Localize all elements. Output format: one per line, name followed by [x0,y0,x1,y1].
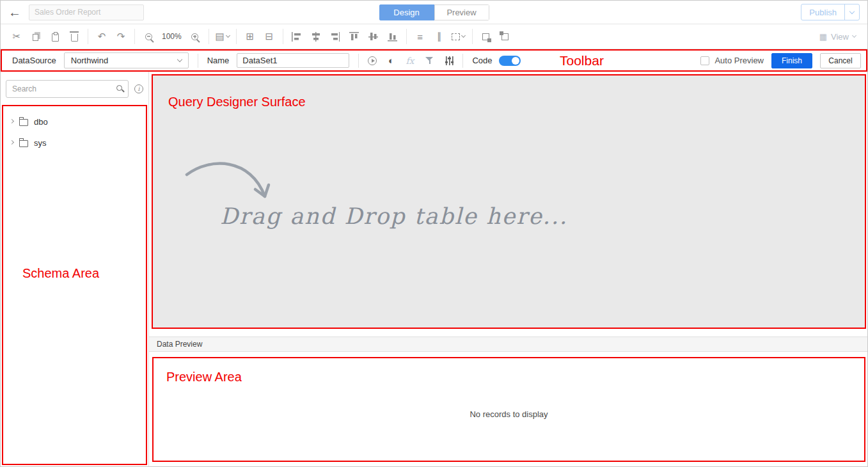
annotation-toolbar: Toolbar [560,53,604,68]
align-top-glyph [349,32,359,42]
query-options-icon[interactable] [445,56,454,65]
view-label: View [831,32,849,42]
align-center-icon[interactable] [306,28,326,45]
preview-area: Preview Area No records to display [152,357,865,462]
search-box [6,80,129,98]
search-icon [116,85,122,91]
empty-records-message: No records to display [154,409,864,419]
layers-icon: ▤ [216,31,225,42]
folder-icon [19,140,28,147]
annotation-designer-surface: Query Designer Surface [168,95,306,109]
separator [209,29,209,44]
dataset-toolbar: DataSource Northwind Name ◐ fx Code Tool… [1,49,867,72]
distribute-vertical-icon[interactable]: ∥ [430,28,449,45]
publish-split-button[interactable]: Publish [801,4,860,20]
tree-item-sys[interactable]: sys [3,132,146,154]
align-top-icon[interactable] [345,28,364,45]
query-designer-window: ← Design Preview Publish ✂ ↶ ↷ 100% ▤ ⊞ … [0,0,868,467]
code-toggle[interactable] [499,56,521,66]
filter-icon[interactable] [425,56,434,65]
annotation-preview-area: Preview Area [166,370,242,384]
align-left-glyph [292,32,301,42]
designer-ribbon: ✂ ↶ ↷ 100% ▤ ⊞ ⊟ ≡ ∥ [1,24,867,49]
datasource-label: DataSource [12,56,56,65]
folder-icon [19,119,28,126]
run-query-icon[interactable] [368,56,377,65]
separator [236,29,237,44]
parameter-icon[interactable]: ◐ [388,56,394,65]
align-bottom-icon[interactable] [383,28,402,45]
separator [358,54,359,68]
schema-search-row: i [1,72,148,98]
delete-icon[interactable] [65,28,84,45]
annotation-box-schema-area: dbo sys Schema Area [2,105,147,465]
auto-preview-label: Auto Preview [714,56,764,65]
app-header: ← Design Preview Publish [1,1,867,24]
expression-fx-icon[interactable]: fx [406,56,414,66]
drop-hint-text: Drag and Drop table here... [220,203,568,229]
undo-icon[interactable]: ↶ [92,28,111,45]
distribute-horizontal-icon[interactable]: ≡ [411,28,430,45]
align-left-icon[interactable] [287,28,306,45]
expand-chevron-icon[interactable] [10,118,14,123]
align-middle-icon[interactable] [364,28,383,45]
tree-item-label: sys [34,138,47,148]
align-bottom-glyph [388,32,397,42]
tree-item-dbo[interactable]: dbo [3,111,146,132]
view-dropdown[interactable]: ▦ View [819,32,861,42]
separator [198,54,198,68]
publish-label[interactable]: Publish [801,8,844,17]
dataset-actions: ◐ fx [368,56,454,66]
tab-preview[interactable]: Preview [434,4,489,20]
insert-column-icon[interactable]: ⊞ [241,28,260,45]
align-right-icon[interactable] [326,28,345,45]
zoom-out-icon[interactable] [139,28,158,45]
separator [283,29,283,44]
copy-icon[interactable] [26,28,45,45]
code-label: Code [472,56,492,65]
cut-icon[interactable]: ✂ [7,28,26,45]
report-items-dropdown-icon[interactable]: ▤ [213,28,232,45]
dataset-name-input[interactable] [237,53,349,68]
publish-dropdown[interactable] [845,12,859,13]
separator [472,29,473,44]
datasource-selected-value: Northwind [71,56,109,65]
zoom-out-glyph [145,33,152,40]
separator [134,29,135,44]
design-preview-switch: Design Preview [379,4,489,20]
bring-to-front-icon[interactable] [477,28,496,45]
designer-body: i dbo sys Schema Area [1,72,867,466]
data-preview-header: Data Preview [149,336,867,352]
report-name-input[interactable] [29,4,144,20]
back-arrow-icon[interactable]: ← [8,6,21,19]
auto-preview-checkbox[interactable] [700,56,709,65]
zoom-level[interactable]: 100% [158,32,185,41]
designer-main: Query Designer Surface Drag and Drop tab… [149,72,867,466]
datasource-select[interactable]: Northwind [64,52,189,68]
expand-chevron-icon[interactable] [10,139,14,144]
cancel-button[interactable]: Cancel [820,53,861,68]
bring-to-front-glyph [482,33,489,40]
chevron-down-icon [226,33,230,38]
chevron-down-icon [852,33,856,38]
toggle-knob [512,57,519,65]
paste-glyph [52,33,59,42]
redo-icon[interactable]: ↷ [111,28,130,45]
tab-design[interactable]: Design [379,4,434,20]
finish-button[interactable]: Finish [771,53,812,68]
zoom-in-icon[interactable] [185,28,205,45]
schema-sidebar: i dbo sys Schema Area [1,72,149,466]
insert-row-icon[interactable]: ⊟ [260,28,279,45]
dataset-name-label: Name [207,56,230,65]
view-grid-icon: ▦ [819,32,827,42]
selection-dropdown-icon[interactable] [449,28,468,45]
trash-glyph [71,34,78,42]
query-designer-surface[interactable]: Query Designer Surface Drag and Drop tab… [152,74,866,329]
info-icon[interactable]: i [134,84,143,93]
send-to-back-icon[interactable] [496,28,515,45]
separator [406,29,407,44]
schema-search-input[interactable] [6,80,129,98]
align-middle-glyph [368,32,378,42]
paste-icon[interactable] [45,28,65,45]
separator [88,29,88,44]
